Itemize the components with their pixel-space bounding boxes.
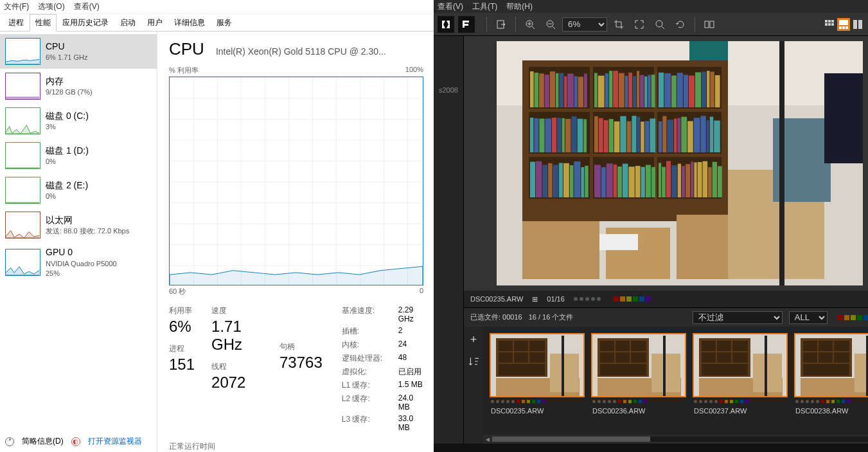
handle-label: 句柄 — [279, 341, 323, 352]
svg-rect-5 — [710, 21, 714, 28]
svg-rect-54 — [648, 75, 650, 107]
sidebar-item-3[interactable]: 磁盘 1 (D:) 0% — [0, 138, 157, 173]
iv-menu-tools[interactable]: 工具(T) — [472, 1, 497, 12]
spec-label: L2 缓存: — [342, 393, 393, 411]
color-labels[interactable] — [614, 296, 651, 302]
svg-rect-166 — [631, 352, 646, 363]
fewer-details-link[interactable]: 简略信息(D) — [22, 436, 64, 447]
menu-file[interactable]: 文件(F) — [4, 1, 29, 12]
sidebar-item-6[interactable]: GPU 0 NVIDIA Quadro P500025% — [0, 242, 157, 282]
svg-rect-49 — [628, 73, 632, 107]
svg-rect-173 — [702, 341, 716, 351]
svg-rect-72 — [557, 118, 561, 152]
tab-users[interactable]: 用户 — [141, 14, 168, 31]
rating-dots[interactable] — [574, 297, 601, 301]
task-manager-footer: ˄ 简略信息(D) ◐ 打开资源监视器 — [5, 436, 142, 447]
chevron-up-icon[interactable]: ˄ — [5, 437, 14, 446]
svg-rect-6 — [825, 20, 828, 23]
open-resmon-link[interactable]: 打开资源监视器 — [88, 436, 142, 447]
svg-rect-143 — [599, 234, 638, 250]
svg-rect-82 — [614, 122, 620, 152]
task-manager-tabs: 进程 性能 应用历史记录 启动 用户 详细信息 服务 — [0, 14, 434, 32]
svg-rect-153 — [514, 352, 528, 363]
svg-rect-117 — [617, 167, 622, 197]
svg-rect-185 — [803, 341, 817, 351]
svg-rect-118 — [623, 164, 628, 197]
svg-rect-84 — [627, 122, 632, 152]
svg-rect-71 — [552, 118, 556, 152]
svg-rect-116 — [614, 165, 617, 197]
tab-processes[interactable]: 进程 — [3, 14, 30, 31]
util-value: 6% — [169, 318, 195, 336]
sidebar-item-1[interactable]: 内存 9/128 GB (7%) — [0, 69, 157, 104]
filter-select-1[interactable]: 不过滤 — [693, 311, 783, 324]
svg-rect-149 — [499, 341, 513, 351]
thumb-scrollbar[interactable]: ◂ ▸ — [483, 435, 868, 444]
tab-details[interactable]: 详细信息 — [168, 14, 211, 31]
folder-panel[interactable]: s2008 — [434, 36, 464, 444]
view-single-icon[interactable] — [851, 18, 864, 31]
thumb-side-tools: + — [464, 327, 483, 444]
task-manager-menubar: 文件(F) 选项(O) 查看(V) — [0, 0, 434, 14]
image-canvas[interactable] — [464, 36, 868, 291]
sidebar-item-4[interactable]: 磁盘 2 (E:) 0% — [0, 173, 157, 208]
iv-menu-help[interactable]: 帮助(H) — [506, 1, 533, 12]
svg-rect-145 — [824, 73, 863, 163]
loupe-icon[interactable] — [651, 15, 669, 33]
zoom-in-icon[interactable] — [521, 15, 539, 33]
spec-value: 24.0 MB — [398, 393, 423, 411]
svg-rect-50 — [633, 76, 636, 107]
tab-app-history[interactable]: 应用历史记录 — [57, 14, 114, 31]
svg-rect-133 — [698, 162, 702, 197]
rotate-icon[interactable] — [671, 15, 689, 33]
cpu-heading: CPU — [169, 39, 204, 59]
svg-rect-35 — [556, 73, 558, 107]
sidebar-item-0[interactable]: CPU 6% 1.71 GHz — [0, 34, 157, 69]
sort-icon[interactable] — [465, 352, 483, 370]
svg-rect-81 — [609, 119, 614, 152]
tab-performance[interactable]: 性能 — [30, 14, 57, 32]
svg-rect-93 — [674, 118, 677, 152]
svg-rect-44 — [605, 73, 609, 107]
svg-rect-85 — [632, 116, 636, 152]
sidebar-item-5[interactable]: 以太网 发送: 88.0 接收: 72.0 Kbps — [0, 208, 157, 242]
zoom-out-icon[interactable] — [542, 15, 560, 33]
fit-icon[interactable] — [630, 15, 648, 33]
view-filmstrip-icon[interactable] — [837, 18, 850, 31]
svg-rect-53 — [644, 77, 647, 107]
svg-rect-96 — [687, 121, 693, 152]
view-grid-icon[interactable] — [823, 18, 836, 31]
svg-rect-181 — [753, 354, 782, 392]
menu-options[interactable]: 选项(O) — [38, 1, 64, 12]
tab-services[interactable]: 服务 — [211, 14, 238, 31]
svg-rect-150 — [514, 341, 528, 351]
svg-rect-52 — [640, 75, 644, 107]
add-icon[interactable]: + — [465, 330, 483, 348]
thumbnail-1[interactable]: DSC00236.ARW — [591, 333, 686, 435]
sidebar-item-2[interactable]: 磁盘 0 (C:) 3% — [0, 104, 157, 138]
tab-startup[interactable]: 启动 — [114, 14, 141, 31]
filter-select-2[interactable]: ALL — [789, 311, 828, 324]
svg-rect-47 — [619, 73, 624, 107]
svg-rect-68 — [534, 118, 538, 152]
thumbnail-3[interactable]: DSC00238.ARW — [794, 333, 868, 435]
svg-rect-155 — [499, 364, 545, 375]
thumbnail-0[interactable]: DSC00235.ARW — [490, 333, 585, 435]
compare-icon[interactable] — [700, 15, 718, 33]
preview-image — [497, 41, 863, 285]
zoom-select[interactable]: 6% — [562, 17, 607, 32]
menu-view[interactable]: 查看(V) — [74, 1, 100, 12]
crop-icon[interactable] — [610, 15, 628, 33]
svg-rect-167 — [600, 364, 646, 375]
thumbnail-2[interactable]: DSC00237.ARW — [693, 333, 788, 435]
svg-rect-103 — [536, 161, 542, 197]
svg-rect-15 — [846, 26, 848, 29]
speed-label: 速度 — [211, 305, 263, 316]
filter-color-labels[interactable] — [838, 315, 868, 320]
svg-rect-128 — [678, 164, 681, 197]
export-icon[interactable] — [492, 15, 510, 33]
iv-menu-view[interactable]: 查看(V) — [438, 1, 463, 12]
thumbnail-strip[interactable]: DSC00235.ARW DSC00236.ARW — [483, 327, 868, 435]
windows-taskbar[interactable] — [434, 444, 868, 452]
spec-label: 插槽: — [342, 326, 393, 337]
